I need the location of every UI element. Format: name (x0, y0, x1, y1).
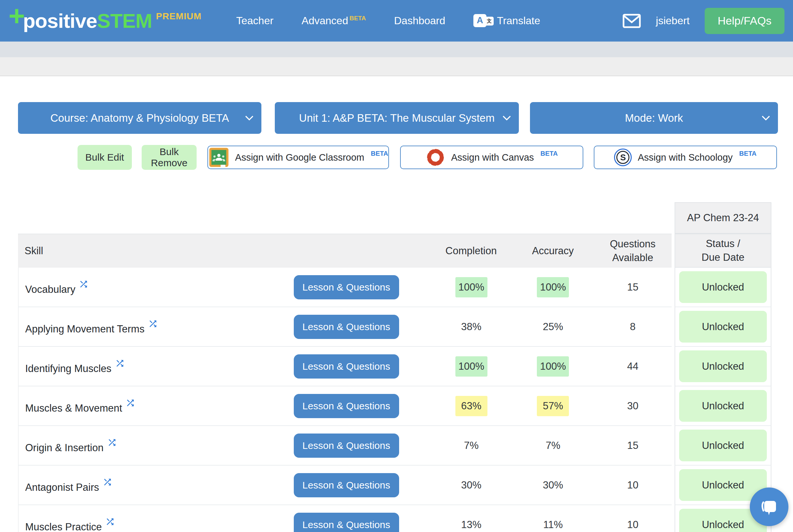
accuracy-value: 57% (537, 396, 569, 416)
mode-dropdown-label: Mode: Work (625, 112, 683, 124)
column-header-completion: Completion (430, 245, 512, 257)
lesson-questions-button[interactable]: Lesson & Questions (294, 275, 399, 299)
nav-teacher[interactable]: Teacher (236, 15, 273, 27)
questions-available-value: 44 (627, 361, 638, 372)
status-cell: Unlocked (675, 268, 771, 307)
logo-word-positive: positive (23, 9, 97, 32)
accuracy-value: 11% (537, 515, 569, 532)
bulk-edit-button[interactable]: Bulk Edit (78, 145, 132, 170)
questions-available-value: 30 (627, 400, 638, 412)
assign-schoology-label: Assign with Schoology (638, 152, 733, 163)
completion-value: 100% (456, 356, 487, 377)
chevron-down-icon (761, 115, 770, 121)
completion-value: 38% (456, 317, 487, 337)
lesson-questions-button[interactable]: Lesson & Questions (294, 354, 399, 379)
table-row: Origin & Insertion Lesson & Questions 7%… (18, 426, 771, 466)
chat-widget-button[interactable] (750, 488, 788, 526)
skill-name: Applying Movement Terms (25, 319, 144, 334)
filter-row: Course: Anatomy & Physiology BETA Unit 1… (0, 102, 793, 134)
logo-plus-icon: + (8, 2, 25, 30)
table-row: Antagonist Pairs Lesson & Questions 30% … (18, 466, 771, 505)
status-badge[interactable]: Unlocked (679, 311, 767, 343)
status-cell: Unlocked (675, 347, 771, 386)
beta-badge: BETA (739, 150, 757, 157)
google-classroom-icon (208, 147, 229, 168)
unit-dropdown-label: Unit 1: A&P BETA: The Muscular System (299, 112, 495, 124)
assign-canvas-label: Assign with Canvas (451, 152, 534, 163)
column-header-status: Status / Due Date (675, 234, 771, 268)
lesson-questions-button[interactable]: Lesson & Questions (294, 315, 399, 339)
status-badge[interactable]: Unlocked (679, 390, 767, 422)
chevron-down-icon (503, 115, 511, 121)
shuffle-icon[interactable] (115, 358, 125, 371)
completion-value: 63% (456, 396, 487, 416)
mail-icon[interactable] (622, 14, 641, 28)
table-row: Vocabulary Lesson & Questions 100% 100% … (18, 268, 771, 307)
lesson-questions-button[interactable]: Lesson & Questions (294, 394, 399, 418)
beta-badge: BETA (349, 15, 366, 22)
assign-schoology-button[interactable]: S Assign with Schoology BETA (594, 146, 777, 169)
mode-dropdown[interactable]: Mode: Work (530, 102, 778, 134)
skill-cell: Origin & Insertion (19, 438, 262, 453)
assign-google-label: Assign with Google Classroom (235, 152, 364, 163)
skill-cell: Antagonist Pairs (19, 478, 262, 492)
nav-translate[interactable]: A 文 Translate (473, 14, 540, 28)
beta-badge: BETA (371, 150, 388, 157)
questions-available-value: 8 (630, 321, 636, 332)
nav-dashboard[interactable]: Dashboard (394, 15, 445, 27)
table-row: Identifying Muscles Lesson & Questions 1… (18, 347, 771, 386)
assign-google-classroom-button[interactable]: Assign with Google Classroom BETA (208, 146, 389, 169)
lesson-questions-button[interactable]: Lesson & Questions (294, 434, 399, 458)
status-cell: Unlocked (675, 307, 771, 347)
skill-name: Muscles & Movement (25, 399, 122, 413)
lesson-questions-button[interactable]: Lesson & Questions (294, 473, 399, 497)
skill-cell: Muscles & Movement (19, 399, 262, 413)
top-banner: + positive STEM PREMIUM Teacher Advanced… (0, 0, 793, 41)
status-badge[interactable]: Unlocked (679, 271, 767, 303)
shuffle-icon[interactable] (125, 398, 135, 411)
skill-cell: Muscles Practice (19, 517, 262, 532)
unit-dropdown[interactable]: Unit 1: A&P BETA: The Muscular System (275, 102, 519, 134)
shuffle-icon[interactable] (78, 279, 89, 292)
skill-name: Antagonist Pairs (25, 478, 99, 492)
column-header-skill: Skill (18, 245, 262, 257)
help-faqs-button[interactable]: Help/FAQs (705, 8, 785, 34)
status-cell: Unlocked (675, 386, 771, 426)
nav-advanced[interactable]: AdvancedBETA (302, 15, 366, 27)
completion-value: 13% (456, 515, 487, 532)
class-name-header: AP Chem 23-24 (675, 202, 771, 234)
skill-cell: Identifying Muscles (19, 359, 262, 374)
table-header-row: Skill Completion Accuracy Questions Avai… (18, 234, 771, 268)
canvas-icon (426, 148, 445, 167)
assign-canvas-button[interactable]: Assign with Canvas BETA (400, 146, 583, 169)
column-header-accuracy: Accuracy (512, 245, 594, 257)
site-logo[interactable]: + positive STEM PREMIUM (8, 0, 201, 41)
completion-value: 7% (456, 436, 487, 456)
course-dropdown[interactable]: Course: Anatomy & Physiology BETA (18, 102, 262, 134)
status-badge[interactable]: Unlocked (679, 430, 767, 461)
questions-available-value: 10 (627, 519, 638, 530)
status-badge[interactable]: Unlocked (679, 350, 767, 382)
shuffle-icon[interactable] (102, 477, 113, 490)
lesson-questions-button[interactable]: Lesson & Questions (294, 513, 399, 532)
accuracy-value: 30% (537, 475, 569, 495)
shuffle-icon[interactable] (107, 437, 117, 450)
chevron-down-icon (245, 115, 254, 121)
premium-badge: PREMIUM (156, 11, 201, 22)
bulk-remove-button[interactable]: Bulk Remove (142, 145, 197, 170)
completion-value: 30% (456, 475, 487, 495)
column-header-questions: Questions Available (594, 237, 672, 265)
accuracy-value: 100% (537, 356, 569, 377)
status-cell: Unlocked (675, 426, 771, 466)
skill-name: Vocabulary (25, 280, 75, 294)
shuffle-icon[interactable] (105, 517, 115, 529)
subheader-strip (0, 41, 793, 57)
accuracy-value: 100% (537, 277, 569, 298)
chat-bubble-icon (759, 496, 779, 517)
skill-name: Identifying Muscles (25, 359, 112, 374)
main-nav: Teacher AdvancedBETA Dashboard A 文 Trans… (236, 0, 540, 41)
logo-word-stem: STEM (97, 9, 152, 32)
accuracy-value: 25% (537, 317, 569, 337)
username[interactable]: jsiebert (656, 15, 690, 27)
shuffle-icon[interactable] (148, 319, 158, 331)
